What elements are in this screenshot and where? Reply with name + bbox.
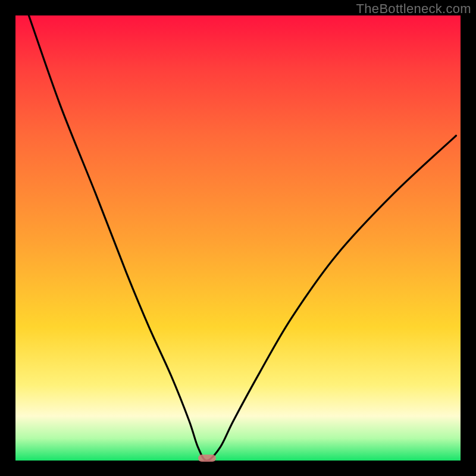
chart-plot-area xyxy=(15,15,461,461)
watermark-text: TheBottleneck.com xyxy=(356,1,471,17)
curve-path xyxy=(29,15,456,461)
minimum-marker xyxy=(198,455,216,462)
bottleneck-curve xyxy=(15,15,461,461)
